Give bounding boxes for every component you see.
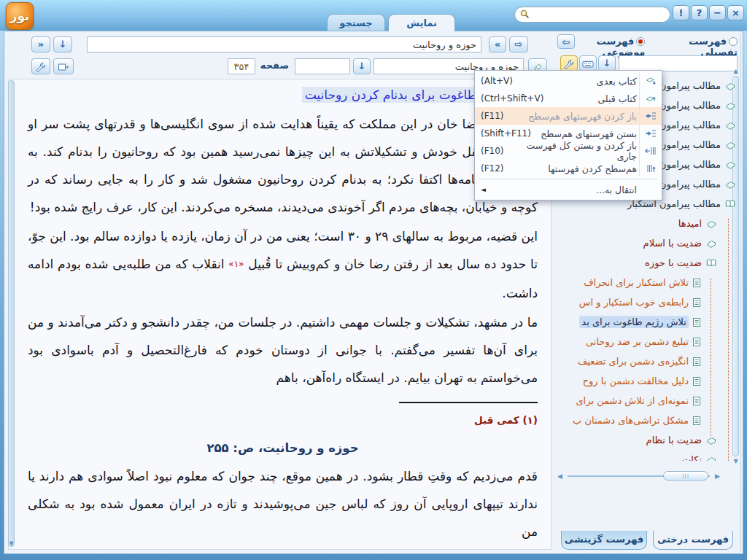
doc-icon (692, 357, 701, 367)
radio-icon[interactable] (729, 37, 738, 46)
collapse-nav-button[interactable]: « (31, 36, 50, 52)
index-filter-input[interactable] (619, 55, 738, 71)
keyboard-icon (582, 58, 594, 69)
tree-item[interactable]: ضدیت با اسلام (563, 233, 739, 253)
menu-item[interactable]: باز کردن فهرستهای هم‌سطح(F11) (475, 107, 662, 125)
settings-button[interactable] (31, 58, 50, 74)
new-window-button[interactable] (53, 58, 74, 74)
tree-item-label: ضدیت با اسلام (643, 238, 702, 249)
help-button[interactable]: ? (691, 5, 708, 20)
flatten-list-icon (643, 164, 659, 173)
tab-tree-index[interactable]: فهرست درختی (653, 531, 733, 550)
tree-item[interactable]: تبلیغ دشمن بر ضد روحانی (563, 332, 739, 351)
tree-item-label: تلاش استکبار برای انحراف (584, 277, 689, 288)
content-scrollbar[interactable]: ▼ (8, 80, 15, 547)
app-logo-text: نور (10, 9, 30, 23)
tree-item-label: ضدیت با حوزه (645, 257, 702, 268)
tree-item[interactable]: ضدیت با حوزه (563, 253, 739, 273)
tab-display[interactable]: نمایش (388, 14, 455, 31)
menu-item[interactable]: کتاب قبلی(Ctrl+Shift+V) (475, 90, 662, 107)
down-nav-button[interactable]: ↓ (53, 36, 72, 52)
paragraph: برنامه‌های رضا خان در این مملکت که یقینا… (28, 110, 538, 221)
menu-item-label: کتاب قبلی (543, 93, 643, 104)
doc-icon (692, 376, 701, 386)
index-mode-row: ⇦ فهرست تفصیلی فهرست موضوعی (554, 34, 740, 52)
page-header: حوزه و روحانیت، ص: ۲۵۵ (28, 441, 538, 455)
doc-icon (692, 317, 701, 327)
tree-item[interactable]: دلیل مخالفت دشمن با روح (563, 371, 739, 391)
menu-item[interactable]: باز کردن و بستن کل فهرست جاری(F10) (475, 142, 662, 160)
virtual-keyboard-button[interactable] (579, 55, 597, 71)
tree-item[interactable]: امیدها (563, 214, 739, 233)
goto-down-button[interactable]: ↓ (353, 58, 371, 74)
scroll-up-icon[interactable]: ▲ (733, 68, 738, 74)
tree-item-label: نکات (682, 454, 702, 461)
scroll-right-icon[interactable]: ▶ (715, 472, 720, 480)
tree-item-label: مشکل تراشی‌های دشمنان ب (573, 415, 689, 426)
menu-item-label: باز کردن فهرستهای هم‌سطح (504, 111, 643, 122)
content-panel: « ↓ » ⇨ ↓ صفحه تلاش رژیم طاغوت برای بدنا… (7, 34, 553, 551)
tree-item[interactable]: ضدیت با نظام (563, 430, 739, 450)
book-closed-icon (724, 120, 736, 131)
hscroll-thumb[interactable]: ||| (663, 471, 708, 481)
new-window-icon (58, 61, 69, 71)
menu-item-shortcut: (Ctrl+Shift+V) (481, 93, 543, 104)
collapse-level-icon (643, 129, 659, 138)
minimize-button[interactable]: − (709, 5, 726, 20)
doc-icon (692, 416, 701, 426)
scroll-down-icon[interactable]: ▼ (9, 540, 14, 547)
tree-item-label: تبلیغ دشمن بر ضد روحانی (586, 336, 689, 347)
menu-item[interactable]: هم‌سطح کردن فهرستها(F12) (475, 160, 662, 177)
doc-icon (692, 278, 701, 288)
tree-item[interactable]: مشکل تراشی‌های دشمنان ب (563, 411, 739, 430)
book-closed-icon (724, 140, 736, 150)
book-closed-icon (724, 160, 736, 170)
menu-item-label: باز کردن و بستن کل فهرست جاری (504, 140, 643, 162)
sidebar-hscrollbar[interactable]: ◀ ||| ▶ (557, 471, 729, 481)
doc-icon (692, 396, 701, 406)
menu-item-label: کتاب بعدی (513, 76, 643, 87)
tree-item-label: دلیل مخالفت دشمن با روح (583, 376, 689, 386)
app-logo[interactable]: نور (6, 2, 34, 30)
book-text-area[interactable]: تلاش رژیم طاغوت برای بدنام کردن روحانیت … (8, 79, 551, 550)
search-input[interactable] (530, 9, 665, 20)
quick-search-box[interactable] (514, 7, 670, 23)
footnote-text: (۱) کمی قبل (28, 411, 538, 429)
index-tools-button[interactable] (560, 55, 578, 71)
menu-item-shortcut: (F11) (481, 111, 504, 121)
tab-selective-index[interactable]: فهرست گزینشی (561, 531, 647, 550)
forward-nav-button[interactable]: ⇨ (509, 36, 528, 52)
menu-item-label: هم‌سطح کردن فهرستها (504, 163, 643, 174)
book-closed-icon (705, 435, 717, 446)
expand-nav-button[interactable]: » (489, 36, 506, 52)
tree-item-label: مطالب پیرامون (659, 139, 721, 150)
page-number-field[interactable] (228, 58, 255, 74)
tree-item-label: تلاش رژیم طاغوت برای بد (579, 316, 689, 328)
footnote-separator (399, 402, 538, 403)
goto-field[interactable] (295, 58, 350, 74)
tree-item[interactable]: نمونه‌ای از تلاش دشمن برای (563, 391, 739, 411)
alert-button[interactable]: ! (673, 5, 689, 20)
menu-item[interactable]: کتاب بعدی(Alt+V) (475, 72, 662, 90)
menu-item-transfer[interactable]: انتقال به... ◄ (475, 181, 662, 198)
close-button[interactable]: × (727, 5, 744, 20)
book-closed-icon (724, 101, 736, 111)
tree-item[interactable]: انگیزه‌ی دشمن برای تضعیف (563, 351, 739, 371)
tree-item[interactable]: رابطه‌ی خوب استکبار و اس (563, 292, 739, 312)
tree-item-label: مطالب پیرامون (659, 159, 721, 170)
menu-item-shortcut: (Shift+F11) (481, 128, 531, 139)
radio-selected-icon[interactable] (636, 37, 645, 46)
tree-item-selected[interactable]: تلاش رژیم طاغوت برای بد (563, 312, 739, 332)
filter-down-button[interactable]: ↓ (598, 55, 616, 71)
book-closed-icon (705, 238, 717, 249)
footnote-marker[interactable]: «۱» (228, 259, 244, 269)
next-book-icon (643, 76, 659, 86)
tab-search[interactable]: جستجو (327, 14, 385, 31)
menu-item-shortcut: (F12) (481, 163, 504, 174)
menu-item-label: بستن فهرستهای هم‌سطح (531, 128, 643, 139)
doc-icon (692, 337, 701, 347)
tree-item[interactable]: تلاش استکبار برای انحراف (563, 273, 739, 292)
menu-separator (479, 179, 657, 179)
scroll-left-icon[interactable]: ◀ (557, 472, 562, 480)
tree-item[interactable]: نکات (563, 450, 739, 461)
